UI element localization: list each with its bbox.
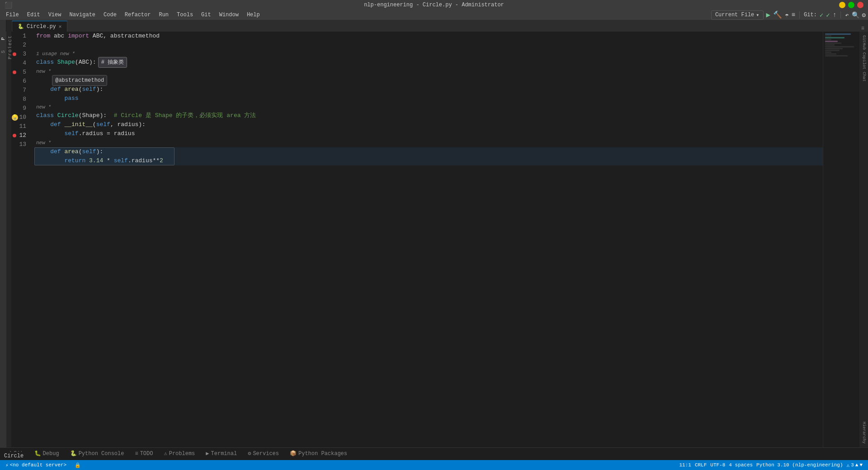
status-line-col[interactable]: 11:1 <box>677 462 693 468</box>
hint-new-3: new * <box>36 138 51 147</box>
maximize-button[interactable]: □ <box>848 2 854 8</box>
token-self4: self <box>82 147 96 156</box>
status-encoding-icon[interactable]: 🔒 <box>73 460 83 470</box>
status-bar: ⚡ <no default server> 🔒 11:1 CRLF UTF-8 … <box>0 460 868 470</box>
copilot-chat-label[interactable]: GitHub Copilot Chat <box>861 32 867 85</box>
status-warnings[interactable]: ⚠ 3 ▲ ▼ <box>845 462 864 468</box>
menu-tools[interactable]: Tools <box>173 11 197 19</box>
tab-label: Circle.py <box>27 24 56 30</box>
undo-button[interactable]: ↶ <box>845 11 849 19</box>
token-import: import <box>68 32 89 41</box>
minimap-line-1 <box>825 33 851 35</box>
line-num-5: 5 <box>12 68 30 77</box>
token-return: return <box>64 156 85 165</box>
menu-file[interactable]: File <box>2 11 23 19</box>
code-line-5: @abstractmethod <box>34 76 823 85</box>
bottom-tab-debug[interactable]: 🐛 Debug <box>29 448 65 460</box>
minimap-line-9 <box>825 48 843 49</box>
token-comma1: , radius): <box>110 120 146 129</box>
code-line-4: new * <box>34 67 823 76</box>
token-radius-pow: .radius** <box>128 156 160 165</box>
search-button[interactable]: 🔍 <box>852 11 859 19</box>
circle-label: Circle <box>4 453 24 459</box>
menu-refactor[interactable]: Refactor <box>121 11 155 19</box>
menu-run[interactable]: Run <box>155 11 172 19</box>
python-console-label: Python Console <box>79 451 124 457</box>
token-def1: def <box>50 85 61 94</box>
hint-new-2: new * <box>36 103 51 112</box>
close-button[interactable]: ✕ <box>857 2 863 8</box>
bottom-tab-todo[interactable]: ≡ TODO <box>129 448 158 460</box>
coverage-button[interactable]: ☂ <box>785 11 788 19</box>
token-shape-paren: (Shape): <box>79 111 114 120</box>
status-crlf[interactable]: CRLF <box>693 462 708 468</box>
python-packages-icon: 📦 <box>290 450 297 457</box>
minimize-button[interactable]: — <box>839 2 845 8</box>
no-server-label: <no default server> <box>10 462 66 468</box>
gutter-circle-3 <box>13 52 16 56</box>
annotation-abstractmethod: @abstractmethod <box>52 75 107 86</box>
git-push-icon[interactable]: ↑ <box>833 11 836 19</box>
menu-code[interactable]: Code <box>100 11 120 19</box>
token-area1: area <box>64 85 78 94</box>
code-line-9: def __init__ ( self , radius): <box>34 120 823 129</box>
terminal-icon: ▶ <box>206 450 209 457</box>
token-indent1 <box>36 76 50 85</box>
code-line-1: from abc import ABC, abstractmethod <box>34 32 823 41</box>
code-content[interactable]: from abc import ABC, abstractmethod 1 us… <box>34 32 823 447</box>
hierarchy-label[interactable]: Hierarchy <box>861 418 867 447</box>
bottom-tab-services[interactable]: ⚙ Services <box>242 448 284 460</box>
line-num-11: 11 <box>12 122 30 131</box>
menu-help[interactable]: Help <box>243 11 264 19</box>
more-tabs-button[interactable]: ≡ <box>861 25 864 32</box>
status-utf8[interactable]: UTF-8 <box>708 462 727 468</box>
git-sync-icon: ✓ <box>826 11 830 19</box>
run-button[interactable]: ▶ <box>766 10 771 19</box>
terminal-label: Terminal <box>211 451 237 457</box>
settings-button[interactable]: ⚙ <box>862 11 866 19</box>
tab-close-button[interactable]: ✕ <box>59 24 62 29</box>
tab-circle-py[interactable]: 🐍 Circle.py ✕ <box>12 21 67 32</box>
token-self2: self <box>96 120 110 129</box>
run-config-dropdown[interactable]: Current File ▾ <box>711 10 764 20</box>
code-editor[interactable]: 1 2 3 4 5 6 7 8 9 💡 10 11 <box>12 32 859 447</box>
status-no-server[interactable]: ⚡ <no default server> <box>4 460 68 470</box>
bottom-tab-problems[interactable]: ⚠ Problems <box>158 448 200 460</box>
minimap-line-2 <box>825 35 831 37</box>
status-indent[interactable]: 4 spaces <box>727 462 755 468</box>
token-circle: Circle <box>57 111 79 120</box>
hint-new-line8: new * <box>34 103 823 111</box>
line-num-6: 6 <box>12 77 30 86</box>
token-pass: pass <box>64 94 78 103</box>
problems-icon: ⚠ <box>164 450 167 457</box>
token-times: * <box>103 156 113 165</box>
minimap-line-13 <box>825 55 848 56</box>
token-indent3 <box>36 94 64 103</box>
right-sidebar: GitHub Copilot Chat Hierarchy <box>859 32 868 447</box>
file-breadcrumb-bottom: Circle <box>2 452 25 460</box>
bottom-tab-python-console[interactable]: 🐍 Python Console <box>65 448 130 460</box>
menu-git[interactable]: Git <box>198 11 215 19</box>
menu-view[interactable]: View <box>45 11 65 19</box>
token-paren1: ( <box>79 85 82 94</box>
line-col-label: 11:1 <box>679 462 691 468</box>
menu-window[interactable]: Window <box>216 11 242 19</box>
git-label[interactable]: Git: <box>804 12 817 18</box>
token-indent2 <box>36 85 50 94</box>
line-num-10: 💡 10 <box>12 113 30 122</box>
line-num-2: 2 <box>12 41 30 50</box>
bottom-tab-terminal[interactable]: ▶ Terminal <box>200 448 242 460</box>
profile-button[interactable]: ≡ <box>792 11 795 19</box>
status-python-version[interactable]: Python 3.10 (nlp-engineering) <box>755 462 844 468</box>
services-icon: ⚙ <box>248 450 251 457</box>
bottom-tab-python-packages[interactable]: 📦 Python Packages <box>284 448 353 460</box>
build-button[interactable]: 🔨 <box>773 10 782 19</box>
menu-navigate[interactable]: Navigate <box>66 11 99 19</box>
token-indent6 <box>36 147 50 156</box>
line-num-13: 13 <box>12 140 30 149</box>
menu-edit[interactable]: Edit <box>24 11 44 19</box>
warning-count: 3 <box>851 462 854 468</box>
chevron-down-icon: ▾ <box>756 12 759 19</box>
token-abc-class: ABC, abstractmethod <box>89 32 160 41</box>
minimap-line-11 <box>825 52 831 53</box>
